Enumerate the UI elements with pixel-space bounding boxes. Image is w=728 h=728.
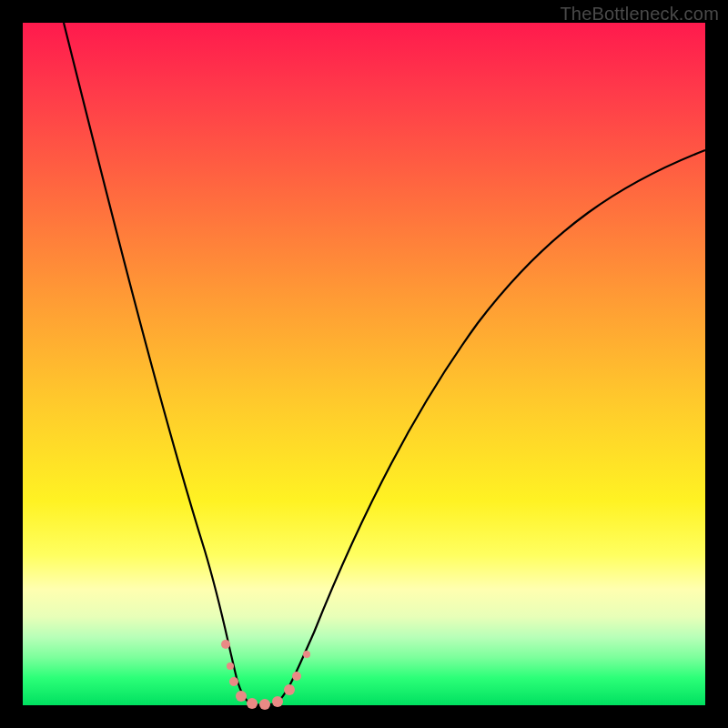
data-marker bbox=[236, 691, 247, 702]
data-marker bbox=[303, 651, 310, 658]
curve-left-branch bbox=[64, 23, 250, 703]
chart-plot-area bbox=[23, 23, 705, 705]
data-marker bbox=[227, 662, 234, 670]
data-marker bbox=[247, 698, 258, 709]
curve-right-branch bbox=[276, 150, 705, 703]
watermark-text: TheBottleneck.com bbox=[560, 4, 719, 25]
data-marker bbox=[292, 672, 301, 681]
data-marker bbox=[229, 677, 238, 686]
data-marker bbox=[221, 640, 230, 649]
data-marker bbox=[272, 696, 283, 707]
data-marker bbox=[259, 699, 270, 710]
bottleneck-curve-svg bbox=[23, 23, 705, 705]
data-marker bbox=[284, 684, 295, 695]
